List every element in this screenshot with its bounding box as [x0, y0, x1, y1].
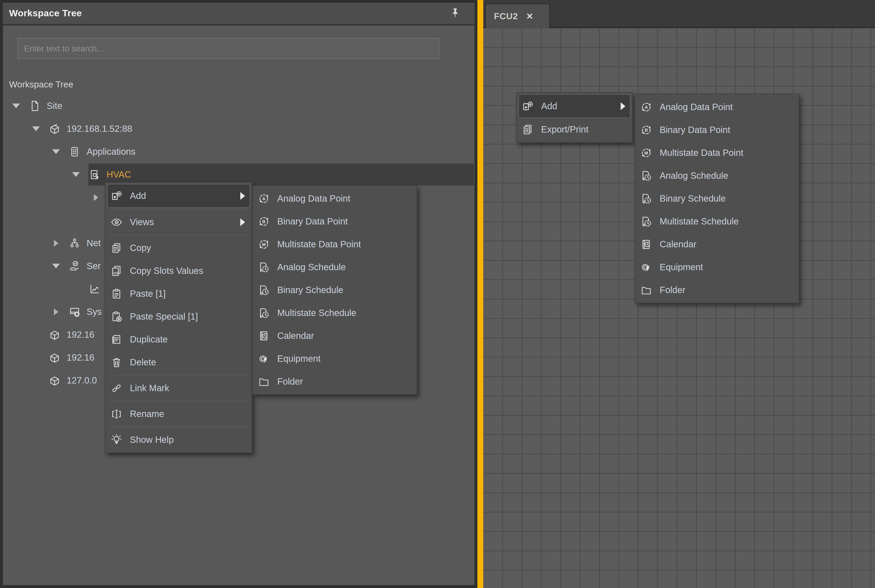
network-icon [68, 237, 81, 249]
views-icon [110, 216, 123, 228]
tree-item-label: Site [47, 101, 62, 111]
menu-item-label: Link Mark [130, 383, 169, 393]
svg-text:B: B [260, 292, 263, 296]
paste-icon [110, 288, 123, 300]
svg-text:A: A [262, 196, 265, 201]
menu-item-equipment[interactable]: Equipment [253, 347, 416, 370]
menu-item-binary-data-point[interactable]: B Binary Data Point [253, 210, 416, 233]
equipment-icon [258, 352, 270, 365]
menu-item-label: Export/Print [541, 124, 588, 135]
add-icon [110, 190, 123, 202]
menu-item-equipment[interactable]: Equipment [635, 256, 799, 279]
multistate-data-point-icon: M [640, 147, 652, 159]
expander-icon[interactable] [50, 149, 62, 154]
menu-item-multistate-data-point[interactable]: M Multistate Data Point [635, 141, 799, 164]
menu-item-label: Show Help [130, 435, 174, 445]
canvas-context-menu: Add Export/Print [516, 92, 633, 143]
menu-item-paste[interactable]: Paste [1] [105, 282, 252, 305]
tree-item-label: Sys [87, 307, 102, 317]
tree-root-label: Workspace Tree [9, 80, 73, 90]
calendar-icon [258, 330, 270, 342]
tree-item-label: 192.16 [67, 330, 94, 340]
svg-text:A: A [260, 269, 263, 273]
menu-item-multistate-schedule[interactable]: M Multistate Schedule [635, 210, 799, 233]
menu-item-binary-data-point[interactable]: B Binary Data Point [635, 118, 799, 141]
canvas-add-submenu: A Analog Data Point B Binary Data Point … [635, 94, 799, 303]
services-icon [68, 260, 81, 272]
menu-item-multistate-data-point[interactable]: M Multistate Data Point [253, 233, 416, 256]
menu-separator [105, 425, 252, 428]
menu-item-folder[interactable]: Folder [635, 279, 799, 302]
binary-data-point-icon: B [258, 215, 270, 228]
svg-text:123: 123 [113, 272, 118, 274]
chart-icon [89, 283, 101, 295]
menu-item-label: Calendar [277, 331, 314, 341]
expander-icon[interactable] [50, 240, 62, 247]
menu-item-binary-schedule[interactable]: B Binary Schedule [635, 187, 799, 210]
binary-schedule-icon: B [640, 192, 652, 205]
menu-item-analog-data-point[interactable]: A Analog Data Point [253, 187, 416, 210]
menu-item-calendar[interactable]: Calendar [253, 324, 416, 347]
menu-item-label: Paste Special [1] [130, 312, 198, 322]
tree-item-label: Ser [87, 261, 101, 271]
equipment-icon [640, 261, 652, 273]
device-icon [48, 328, 61, 341]
expander-icon[interactable] [30, 126, 42, 131]
expander-icon[interactable] [90, 194, 102, 201]
menu-item-views[interactable]: Views [105, 211, 252, 234]
panel-title: Workspace Tree [9, 8, 82, 19]
svg-text:M: M [645, 150, 648, 155]
menu-item-copy-slots-values[interactable]: 123 Copy Slots Values [105, 260, 252, 282]
menu-item-label: Calendar [660, 239, 696, 249]
menu-item-analog-data-point[interactable]: A Analog Data Point [635, 96, 799, 118]
menu-item-calendar[interactable]: Calendar [635, 233, 799, 256]
svg-text:A: A [643, 177, 645, 181]
tree-item-site[interactable]: Site [4, 94, 474, 117]
menu-item-copy[interactable]: Copy [105, 237, 252, 260]
tab-fcu2[interactable]: FCU2 ✕ [485, 4, 550, 28]
menu-item-add[interactable]: Add [519, 94, 630, 118]
add-icon [522, 100, 534, 112]
search-input[interactable] [18, 38, 439, 59]
submenu-arrow-icon [621, 102, 625, 110]
menu-item-rename[interactable]: Rename [105, 402, 252, 425]
panel-splitter[interactable] [477, 0, 483, 588]
submenu-arrow-icon [240, 192, 245, 200]
menu-item-export-print[interactable]: Export/Print [517, 118, 632, 141]
menu-item-folder[interactable]: Folder [253, 370, 416, 393]
submenu-arrow-icon [240, 218, 245, 226]
svg-text:B: B [262, 219, 265, 224]
menu-item-add[interactable]: Add [107, 184, 250, 208]
expander-icon[interactable] [50, 309, 62, 315]
menu-item-label: Binary Schedule [660, 194, 726, 204]
binary-schedule-icon: B [258, 284, 270, 296]
menu-item-label: Analog Schedule [660, 171, 728, 181]
calendar-icon [640, 238, 652, 250]
menu-item-label: Folder [660, 285, 685, 295]
pin-icon[interactable] [448, 6, 462, 20]
analog-data-point-icon: A [640, 101, 652, 113]
folder-icon [258, 375, 270, 388]
svg-text:M: M [262, 242, 266, 247]
menu-item-link-mark[interactable]: Link Mark [105, 376, 252, 399]
binary-data-point-icon: B [640, 124, 652, 136]
menu-item-show-help[interactable]: Show Help [105, 428, 252, 451]
tree-item-applications[interactable]: Applications [4, 140, 474, 163]
menu-item-paste-special[interactable]: Paste Special [1] [105, 305, 252, 328]
menu-item-label: Add [541, 101, 557, 111]
expander-icon[interactable] [70, 172, 81, 177]
expander-icon[interactable] [11, 104, 22, 108]
link-icon [110, 382, 123, 394]
menu-item-analog-schedule[interactable]: A Analog Schedule [253, 256, 416, 279]
menu-item-multistate-schedule[interactable]: M Multistate Schedule [253, 302, 416, 324]
menu-separator [105, 374, 252, 376]
menu-item-binary-schedule[interactable]: B Binary Schedule [253, 279, 416, 302]
multistate-schedule-icon: M [640, 215, 652, 228]
close-icon[interactable]: ✕ [526, 12, 534, 21]
menu-item-label: Views [130, 217, 154, 227]
tree-item-controller[interactable]: 192.168.1.52:88 [4, 117, 474, 140]
menu-item-delete[interactable]: Delete [105, 351, 252, 374]
menu-item-duplicate[interactable]: Duplicate [105, 328, 252, 351]
expander-icon[interactable] [50, 264, 62, 268]
menu-item-analog-schedule[interactable]: A Analog Schedule [635, 164, 799, 187]
